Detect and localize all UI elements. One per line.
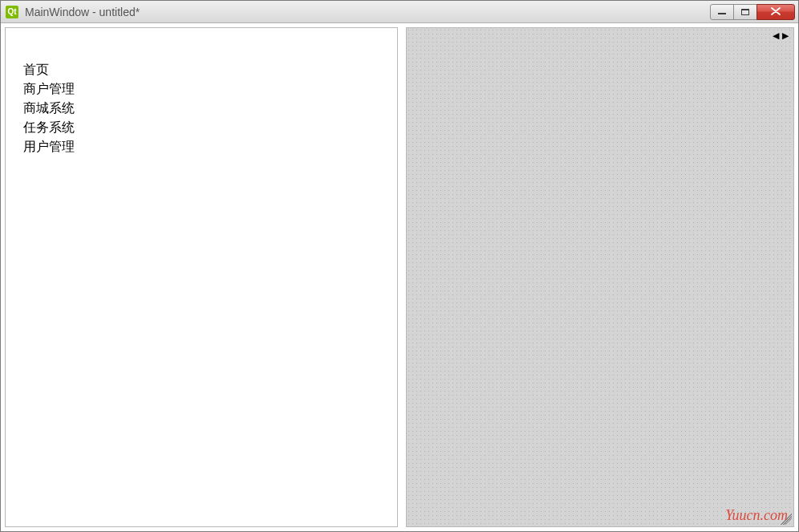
minimize-icon bbox=[718, 12, 726, 14]
main-window: Qt MainWindow - untitled* 首页 商户 bbox=[0, 0, 799, 532]
qt-app-icon: Qt bbox=[6, 6, 18, 18]
window-title: MainWindow - untitled* bbox=[25, 6, 711, 18]
tree-item-merchant[interactable]: 商户管理 bbox=[22, 79, 381, 99]
maximize-icon bbox=[741, 9, 749, 15]
left-panel: 首页 商户管理 商城系统 任务系统 用户管理 bbox=[5, 27, 398, 527]
resize-grip-icon[interactable] bbox=[781, 514, 792, 525]
tree-item-home[interactable]: 首页 bbox=[22, 60, 381, 79]
form-designer-canvas[interactable]: ◀ ▶ bbox=[406, 27, 794, 527]
close-button[interactable] bbox=[756, 4, 795, 20]
window-controls bbox=[711, 4, 795, 20]
tree-item-user[interactable]: 用户管理 bbox=[22, 137, 381, 156]
close-icon bbox=[771, 6, 781, 18]
nav-right-icon[interactable]: ▶ bbox=[782, 30, 789, 41]
content-area: 首页 商户管理 商城系统 任务系统 用户管理 ◀ ▶ bbox=[1, 23, 798, 531]
tree-item-mall[interactable]: 商城系统 bbox=[22, 99, 381, 118]
nav-left-icon[interactable]: ◀ bbox=[773, 30, 779, 41]
maximize-button[interactable] bbox=[733, 4, 757, 20]
tab-nav-arrows: ◀ ▶ bbox=[773, 30, 789, 41]
tree-item-task[interactable]: 任务系统 bbox=[22, 118, 381, 137]
tree-widget[interactable]: 首页 商户管理 商城系统 任务系统 用户管理 bbox=[6, 28, 397, 526]
minimize-button[interactable] bbox=[710, 4, 734, 20]
title-bar[interactable]: Qt MainWindow - untitled* bbox=[1, 1, 798, 23]
